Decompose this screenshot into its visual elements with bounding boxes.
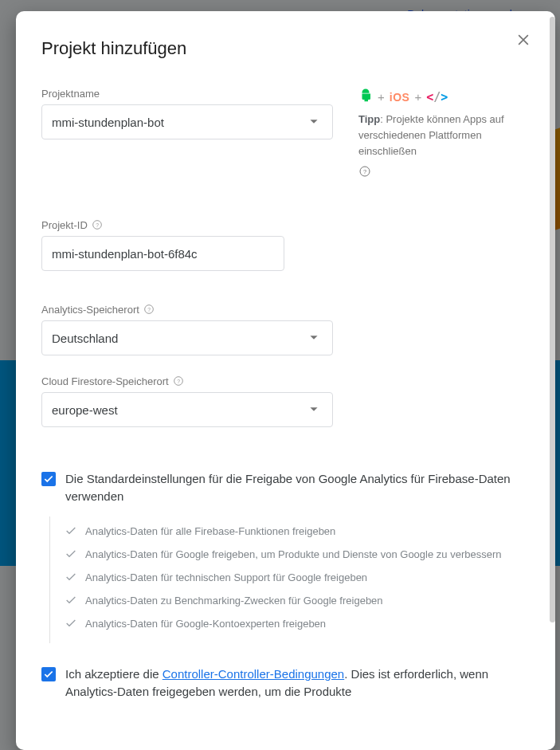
check-icon — [65, 524, 77, 541]
checkbox-checked-icon — [41, 472, 56, 486]
firestore-location-value: europe-west — [52, 403, 118, 417]
tip-panel: + iOS + </> Tipp: Projekte können Apps a… — [358, 88, 530, 179]
svg-text:?: ? — [363, 167, 366, 175]
svg-text:?: ? — [96, 222, 99, 228]
sublist-item: Analytics-Daten für alle Firebase-Funkti… — [65, 524, 523, 541]
close-icon — [515, 32, 531, 48]
ios-icon: iOS — [390, 89, 410, 105]
plus-icon: + — [378, 89, 385, 105]
project-name-value: mmi-stundenplan-bot — [52, 116, 164, 129]
accept-terms-label: Ich akzeptiere die Controller-Controller… — [65, 666, 530, 701]
help-icon[interactable]: ? — [91, 218, 104, 231]
chevron-down-icon — [305, 112, 323, 132]
code-icon: </> — [426, 89, 448, 105]
sublist-item-text: Analytics-Daten für Google-Kontoexperten… — [85, 617, 326, 634]
android-icon — [358, 88, 373, 107]
accept-terms-checkbox-row[interactable]: Ich akzeptiere die Controller-Controller… — [41, 666, 530, 701]
check-icon — [65, 594, 77, 611]
scrollbar-thumb[interactable] — [550, 17, 555, 622]
project-id-input[interactable]: mmi-stundenplan-bot-6f84c — [41, 236, 284, 271]
svg-text:?: ? — [177, 379, 180, 384]
sublist-item-text: Analytics-Daten für Google freigeben, um… — [85, 548, 501, 564]
chevron-down-icon — [305, 400, 323, 420]
check-icon — [65, 548, 77, 564]
dialog-title: Projekt hinzufügen — [41, 38, 530, 59]
sublist-item: Analytics-Daten für Google-Kontoexperten… — [65, 617, 523, 634]
project-id-value: mmi-stundenplan-bot-6f84c — [52, 247, 198, 261]
defaults-checkbox-row[interactable]: Die Standardeinstellungen für die Freiga… — [41, 470, 530, 505]
project-name-select[interactable]: mmi-stundenplan-bot — [41, 104, 333, 139]
add-project-dialog: Projekt hinzufügen Projektname mmi-stund… — [16, 11, 555, 750]
project-id-label: Projekt-ID ? — [41, 218, 530, 231]
tip-label: Tipp — [358, 113, 380, 125]
chevron-down-icon — [305, 328, 323, 348]
analytics-location-value: Deutschland — [52, 332, 118, 345]
controller-terms-link[interactable]: Controller-Controller-Bedingungen — [163, 667, 344, 681]
firestore-location-select[interactable]: europe-west — [41, 392, 333, 427]
check-icon — [65, 571, 77, 587]
plus-icon: + — [414, 89, 421, 105]
help-icon[interactable]: ? — [358, 165, 371, 178]
checkbox-checked-icon — [41, 667, 56, 681]
close-button[interactable] — [515, 32, 535, 51]
analytics-location-label: Analytics-Speicherort ? — [41, 303, 530, 316]
help-icon[interactable]: ? — [172, 375, 185, 387]
defaults-checkbox-label: Die Standardeinstellungen für die Freiga… — [65, 470, 530, 505]
sublist-item: Analytics-Daten für Google freigeben, um… — [65, 548, 523, 564]
project-name-label: Projektname — [41, 88, 333, 100]
help-icon[interactable]: ? — [143, 303, 155, 316]
check-icon — [65, 617, 77, 634]
sublist-item-text: Analytics-Daten für technischen Support … — [85, 571, 367, 587]
sublist-item: Analytics-Daten für technischen Support … — [65, 571, 523, 587]
sublist-item-text: Analytics-Daten für alle Firebase-Funkti… — [85, 524, 335, 541]
sublist-item-text: Analytics-Daten zu Benchmarking-Zwecken … — [85, 594, 383, 611]
firestore-location-label: Cloud Firestore-Speicherort ? — [41, 375, 530, 387]
analytics-location-select[interactable]: Deutschland — [41, 320, 333, 355]
sublist-item: Analytics-Daten zu Benchmarking-Zwecken … — [65, 594, 523, 611]
svg-text:?: ? — [147, 307, 151, 312]
analytics-sharing-sublist: Analytics-Daten für alle Firebase-Funkti… — [49, 516, 530, 643]
